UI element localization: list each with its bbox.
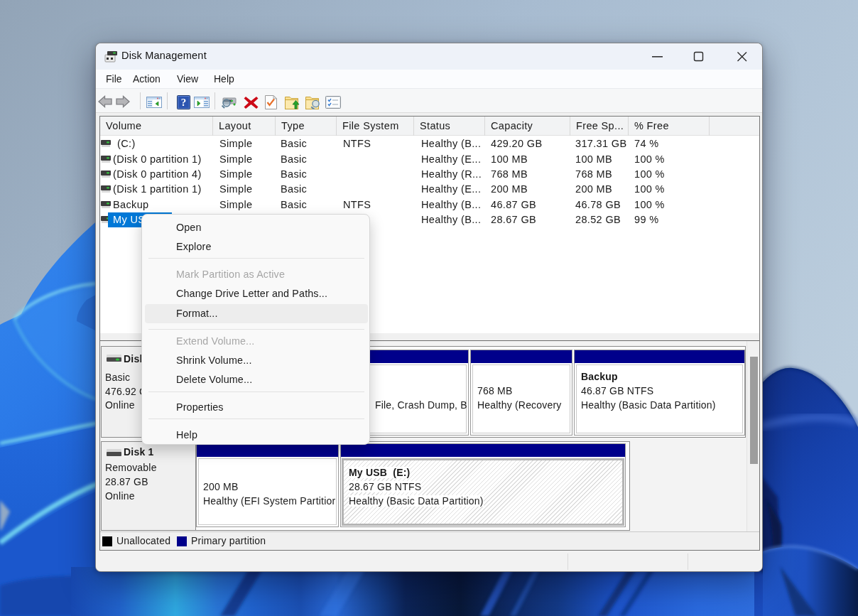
svg-text:?: ?	[181, 97, 187, 108]
